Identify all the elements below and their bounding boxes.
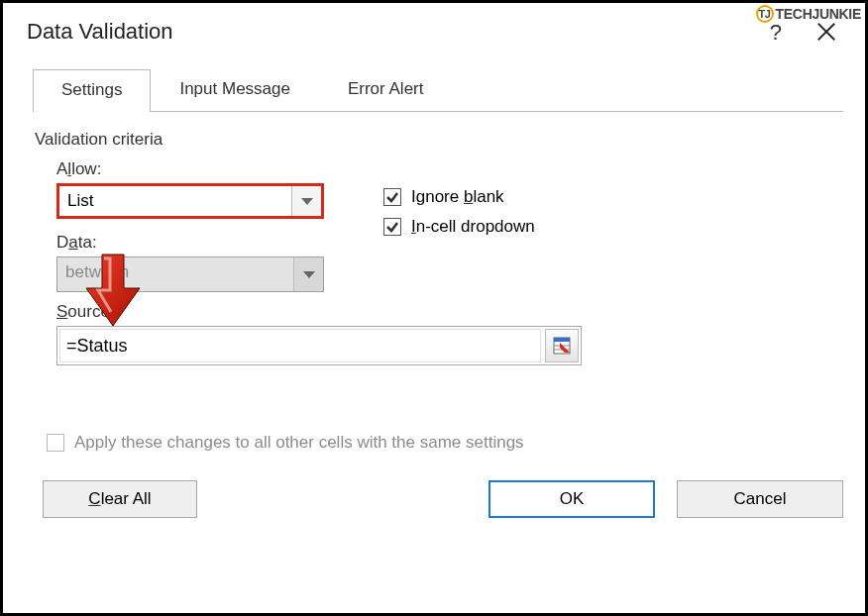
watermark-logo: TJTECHJUNKIE [756,5,861,23]
data-dropdown: between [56,257,324,292]
tab-settings[interactable]: Settings [33,69,151,112]
ignore-blank-label: Ignore blank [411,187,504,207]
checkbox-icon [383,188,401,206]
source-field-wrapper [56,326,582,365]
range-selector-button[interactable] [545,329,579,362]
chevron-down-icon [293,257,323,291]
tab-error-alert[interactable]: Error Alert [319,68,453,111]
clear-all-button[interactable]: Clear All [43,480,197,518]
ignore-blank-checkbox[interactable]: Ignore blank [383,187,535,207]
allow-dropdown[interactable]: List [56,183,324,219]
svg-rect-5 [554,338,570,342]
dialog-window: TJTECHJUNKIE Data Validation ? Settings … [0,0,868,616]
ok-button[interactable]: OK [488,480,655,518]
svg-marker-3 [303,271,315,278]
dialog-button-row: Clear All OK Cancel [3,453,865,518]
tab-strip: Settings Input Message Error Alert [33,68,843,112]
title-bar: Data Validation ? [3,3,865,58]
source-input[interactable] [59,329,541,362]
chevron-down-icon [291,186,321,216]
dialog-title: Data Validation [27,19,770,45]
data-dropdown-value: between [57,257,293,291]
apply-all-checkbox: Apply these changes to all other cells w… [33,365,843,453]
criteria-heading: Validation criteria [33,118,843,159]
svg-marker-2 [301,198,313,205]
source-label: Source: [56,302,843,322]
incell-dropdown-label: In-cell dropdown [411,217,535,237]
tab-input-message[interactable]: Input Message [151,68,319,111]
checkbox-icon [383,218,401,236]
allow-dropdown-value: List [59,186,291,216]
spreadsheet-icon [552,336,572,356]
close-icon [815,21,837,43]
data-label: Data: [56,233,354,253]
incell-dropdown-checkbox[interactable]: In-cell dropdown [383,217,535,237]
cancel-button[interactable]: Cancel [677,480,843,518]
allow-label: Allow: [56,159,354,179]
checkbox-icon [47,434,64,452]
apply-all-label: Apply these changes to all other cells w… [74,433,524,453]
